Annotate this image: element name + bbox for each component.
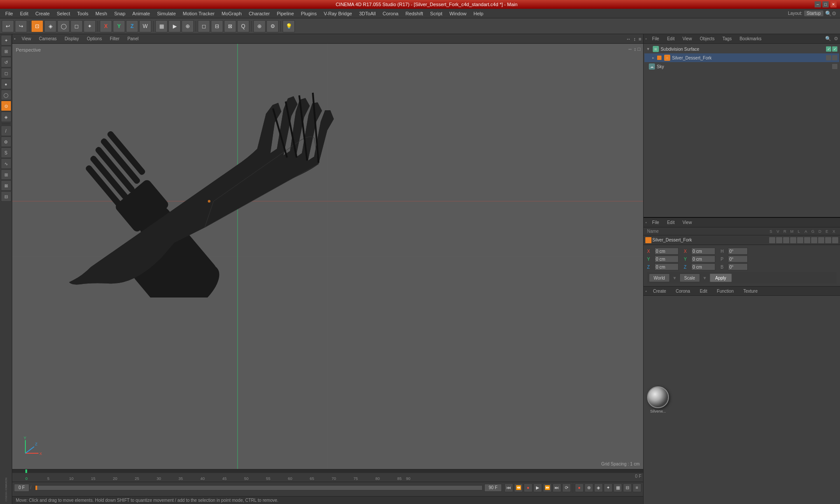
coord-y-input[interactable] bbox=[654, 256, 679, 262]
z-axis-button[interactable]: Z bbox=[126, 20, 138, 32]
playback-record-btn[interactable]: ● bbox=[524, 483, 532, 492]
sm-flag-e[interactable] bbox=[825, 237, 831, 243]
scale-dropdown-arrow[interactable]: ▼ bbox=[703, 276, 707, 280]
snap-settings-button[interactable]: ⚙ bbox=[266, 20, 279, 32]
left-tool1-btn[interactable]: ⚙ bbox=[1, 136, 11, 147]
playback-play-btn[interactable]: ▶ bbox=[533, 483, 542, 492]
coord-x-input[interactable] bbox=[654, 248, 679, 255]
layout-preset[interactable]: Startup bbox=[804, 10, 823, 16]
menu-character[interactable]: Character bbox=[245, 10, 273, 17]
playback-end-btn[interactable]: ⏭ bbox=[553, 483, 561, 492]
left-move-btn[interactable]: ✦ bbox=[1, 35, 11, 46]
menu-edit[interactable]: Edit bbox=[17, 10, 32, 17]
viewport-zoom-icon[interactable]: ↕ bbox=[634, 36, 636, 42]
poly-mode-button[interactable]: ◻ bbox=[70, 20, 83, 32]
om-tab-bookmarks[interactable]: Bookmarks bbox=[736, 35, 765, 42]
viewport-corner-arrows[interactable]: ↕ bbox=[634, 46, 637, 52]
y-axis-button[interactable]: Y bbox=[113, 20, 125, 32]
rot-b-input[interactable] bbox=[728, 263, 748, 270]
playback-prev-btn[interactable]: ⏪ bbox=[514, 483, 523, 492]
close-button[interactable]: ✕ bbox=[830, 1, 836, 7]
om-tab-edit[interactable]: Edit bbox=[664, 35, 678, 42]
floor-button[interactable]: 💡 bbox=[283, 20, 295, 32]
pb-rec2-btn[interactable]: ● bbox=[575, 483, 584, 492]
om-settings-icon[interactable]: ⚙ bbox=[834, 36, 838, 42]
points-mode-button[interactable]: ◈ bbox=[44, 20, 56, 32]
mat-tab-texture[interactable]: Texture bbox=[739, 288, 762, 294]
om-flag-sky-1[interactable] bbox=[832, 64, 837, 69]
size-y-input[interactable] bbox=[691, 256, 715, 262]
menu-create[interactable]: Create bbox=[32, 10, 53, 17]
om-flag-vis[interactable]: ✓ bbox=[826, 46, 831, 52]
playback-start-btn[interactable]: ⏮ bbox=[504, 483, 513, 492]
left-grid-btn[interactable]: ⊞ bbox=[1, 169, 11, 180]
pb-list-btn[interactable]: ≡ bbox=[633, 483, 641, 492]
viewport-corner-expand[interactable]: ↔ bbox=[628, 46, 633, 52]
total-frames-input[interactable] bbox=[484, 484, 502, 492]
viewport-tab-panel[interactable]: Panel bbox=[124, 35, 142, 42]
menu-tools[interactable]: Tools bbox=[74, 10, 92, 17]
apply-button[interactable]: Apply bbox=[710, 273, 732, 282]
om-flag-render[interactable]: ✓ bbox=[832, 46, 837, 52]
x-axis-button[interactable]: X bbox=[100, 20, 112, 32]
size-z-input[interactable] bbox=[691, 263, 715, 270]
viewport-corner-fullscreen[interactable]: □ bbox=[637, 46, 640, 52]
om-tab-objects[interactable]: Objects bbox=[696, 35, 718, 42]
om-expand-subdivision[interactable]: ▼ bbox=[646, 47, 650, 51]
menu-help[interactable]: Help bbox=[470, 10, 487, 17]
sm-tab-file[interactable]: File bbox=[649, 219, 663, 226]
rot-p-input[interactable] bbox=[728, 256, 748, 262]
om-row-fork[interactable]: ▸ ○ Silver_Dessert_Fork bbox=[644, 53, 839, 62]
sm-flag-d[interactable] bbox=[818, 237, 824, 243]
viewport-tab-display[interactable]: Display bbox=[61, 35, 83, 42]
left-pen-btn[interactable]: / bbox=[1, 126, 11, 136]
viewport-tab-filter[interactable]: Filter bbox=[106, 35, 123, 42]
viewport-menu-icon[interactable]: ≡ bbox=[639, 36, 641, 42]
render-all-button[interactable]: ⊕ bbox=[182, 20, 194, 32]
material-item-silver[interactable]: Silverw... bbox=[647, 386, 669, 413]
menu-motion-tracker[interactable]: Motion Tracker bbox=[179, 10, 218, 17]
menu-snap[interactable]: Snap bbox=[111, 10, 129, 17]
left-obj3-btn[interactable]: ◯ bbox=[1, 90, 11, 100]
left-scale-btn[interactable]: ⊞ bbox=[1, 46, 11, 56]
om-tab-view[interactable]: View bbox=[679, 35, 696, 42]
menu-3dtall[interactable]: 3DToAll bbox=[356, 10, 379, 17]
pb-key-btn[interactable]: ✦ bbox=[604, 483, 612, 492]
menu-pipeline[interactable]: Pipeline bbox=[273, 10, 298, 17]
viewport-tab-cameras[interactable]: Cameras bbox=[35, 35, 60, 42]
sm-tab-view[interactable]: View bbox=[679, 219, 696, 226]
menu-mograph[interactable]: MoGraph bbox=[218, 10, 245, 17]
view-quick-button[interactable]: Q bbox=[237, 20, 249, 32]
mat-tab-edit[interactable]: Edit bbox=[695, 288, 711, 294]
menu-simulate[interactable]: Simulate bbox=[154, 10, 179, 17]
sm-flag-r[interactable] bbox=[783, 237, 789, 243]
size-x-input[interactable] bbox=[691, 248, 715, 255]
sm-tab-edit[interactable]: Edit bbox=[664, 219, 678, 226]
pb-settings-btn[interactable]: ⊟ bbox=[623, 483, 632, 492]
redo-button[interactable]: ↪ bbox=[15, 20, 27, 32]
om-row-sky[interactable]: ☁ Sky bbox=[644, 62, 839, 71]
sm-flag-m[interactable] bbox=[790, 237, 796, 243]
mat-tab-corona[interactable]: Corona bbox=[672, 288, 695, 294]
pb-anim-btn[interactable]: ▦ bbox=[613, 483, 622, 492]
world-button[interactable]: W bbox=[139, 20, 151, 32]
rot-h-input[interactable] bbox=[728, 248, 748, 255]
render-active-button[interactable]: ▶ bbox=[168, 20, 181, 32]
maximize-button[interactable]: □ bbox=[822, 1, 829, 7]
pb-scene-btn[interactable]: ◈ bbox=[594, 483, 603, 492]
om-search-icon[interactable]: 🔍 bbox=[825, 36, 831, 42]
sm-flag-a[interactable] bbox=[804, 237, 810, 243]
edges-mode-button[interactable]: ◯ bbox=[57, 20, 70, 32]
om-row-subdivision[interactable]: ▼ ⊞ Subdivision Surface ✓ ✓ bbox=[644, 45, 839, 53]
viewport-expand-icon[interactable]: ↔ bbox=[626, 36, 631, 42]
menu-file[interactable]: File bbox=[2, 10, 17, 17]
om-flag-fork-1[interactable] bbox=[826, 55, 831, 60]
playback-next-btn[interactable]: ⏩ bbox=[543, 483, 552, 492]
menu-redshift[interactable]: Redshift bbox=[402, 10, 427, 17]
left-obj1-btn[interactable]: ◻ bbox=[1, 68, 11, 78]
left-s-btn[interactable]: S bbox=[1, 147, 11, 158]
om-tab-file[interactable]: File bbox=[649, 35, 663, 42]
left-minus-btn[interactable]: ⊟ bbox=[1, 191, 11, 202]
view-shading-button[interactable]: ◻ bbox=[198, 20, 210, 32]
om-expand-fork[interactable]: ▸ bbox=[652, 56, 654, 60]
